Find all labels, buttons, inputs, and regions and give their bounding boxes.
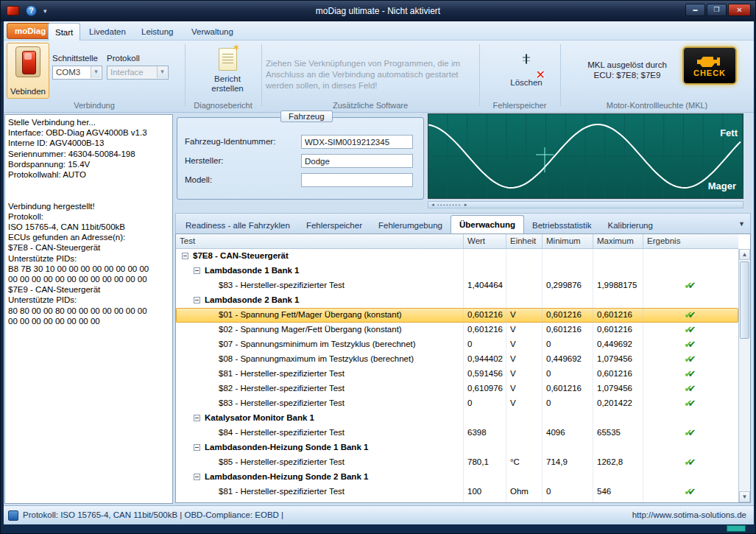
client-area: moDiag Start Livedaten Leistung Verwaltu… — [4, 21, 754, 524]
cell-cw: 0,601216 — [464, 323, 506, 337]
test-label: $81 - Hersteller-spezifizierter Test — [219, 369, 345, 378]
table-row[interactable]: $85 - Hersteller-spezifizierter Test780,… — [176, 455, 738, 470]
minimize-button[interactable] — [685, 4, 705, 16]
test-label: Lambdasonde 1 Bank 1 — [205, 266, 299, 275]
status-website-link[interactable]: http://www.sotima-solutions.de — [632, 510, 746, 519]
test-label: $83 - Hersteller-spezifizierter Test — [219, 281, 345, 289]
table-row[interactable]: Katalysator Monitor Bank 1 — [176, 411, 738, 426]
table-row[interactable]: $02 - Spannung Mager/Fett Übergang (kons… — [176, 323, 738, 337]
col-wert[interactable]: Wert — [464, 234, 506, 248]
expander-collapse-icon[interactable] — [194, 474, 200, 480]
graph-splitter[interactable]: ◄ •••••••• ► — [428, 201, 743, 208]
ribbon-tab-start[interactable]: Start — [48, 23, 80, 41]
scrollbar-thumb[interactable] — [740, 261, 749, 339]
tab-kalibrierung[interactable]: Kalibrierung — [600, 217, 661, 233]
expander-collapse-icon[interactable] — [194, 267, 200, 274]
table-row[interactable]: Lambdasonden-Heizung Sonde 1 Bank 1 — [176, 440, 738, 455]
table-row[interactable]: $01 - Spannung Fett/Mager Übergang (kons… — [176, 308, 738, 323]
connect-button[interactable]: Vebinden — [7, 43, 49, 99]
cell-cmax — [593, 411, 643, 426]
clear-dtc-button[interactable]: Löschen — [498, 43, 554, 98]
scroll-left-icon[interactable]: ◄ — [428, 202, 437, 208]
mkl-line1: MKL ausgelöst durch — [575, 60, 679, 70]
create-report-button[interactable]: Bericht erstellen — [204, 43, 251, 98]
col-maximum[interactable]: Maximum — [593, 234, 643, 248]
expander-collapse-icon[interactable] — [194, 415, 200, 421]
ribbon-tab-verwaltung[interactable]: Verwaltung — [185, 23, 240, 41]
table-row[interactable]: Lambdasonden-Heizung Sonde 2 Bank 1 — [176, 470, 738, 485]
cell-cmin — [543, 249, 593, 264]
result-ok-check-icon — [685, 384, 698, 394]
tab-betriebsstatistik[interactable]: Betriebsstatistik — [524, 217, 600, 233]
col-minimum[interactable]: Minimum — [543, 234, 593, 248]
expander-collapse-icon[interactable] — [194, 444, 200, 451]
result-ok-check-icon — [685, 457, 698, 468]
tab-overflow-icon[interactable] — [738, 220, 750, 228]
cell-ce — [506, 293, 543, 308]
table-row[interactable]: Lambdasonde 1 Bank 1 — [176, 264, 738, 278]
result-ok-check-icon — [685, 398, 698, 409]
manufacturer-input[interactable] — [301, 154, 413, 168]
model-input[interactable] — [301, 173, 413, 187]
tab-fehlerumgebung[interactable]: Fehlerumgebung — [370, 217, 451, 233]
log-line: Verbindung hergestellt! — [8, 201, 169, 211]
cell-ce: V — [506, 323, 543, 337]
app-menu-button[interactable]: moDiag — [7, 23, 54, 39]
cell-cw: 0 — [464, 337, 506, 352]
result-ok-check-icon — [685, 369, 698, 379]
cell-cmin: 4096 — [543, 426, 593, 440]
cell-cw: 0,944402 — [464, 352, 506, 367]
cell-ce — [506, 440, 543, 455]
graph-label-lean: Mager — [708, 180, 736, 192]
col-test[interactable]: Test — [176, 234, 464, 248]
table-row[interactable] — [176, 499, 738, 502]
protocol-combobox[interactable]: Interface — [107, 66, 169, 80]
result-cell — [643, 323, 738, 337]
tab-readiness-alle-fahrzyklen[interactable]: Readiness - alle Fahrzyklen — [177, 217, 298, 233]
table-row[interactable]: $81 - Hersteller-spezifizierter Test100O… — [176, 485, 738, 499]
cell-cmax: 1,079456 — [593, 352, 643, 367]
mkl-line2: ECU: $7E8; $7E9 — [575, 70, 679, 80]
table-row[interactable]: $83 - Hersteller-spezifizierter Test0V00… — [176, 396, 738, 411]
group-caption-verbindung: Verbindung — [4, 101, 185, 110]
scroll-right-icon[interactable]: ► — [462, 202, 470, 208]
vertical-scrollbar[interactable] — [738, 249, 750, 502]
group-separator — [185, 44, 186, 106]
cell-cmax: 546 — [593, 485, 643, 499]
table-row[interactable]: $81 - Hersteller-spezifizierter Test0,59… — [176, 367, 738, 382]
cell-cmin: 0,601216 — [543, 323, 593, 337]
table-row[interactable]: $83 - Hersteller-spezifizierter Test1,40… — [176, 278, 738, 293]
cell-cmin: 0,449692 — [543, 352, 593, 367]
result-cell — [643, 264, 738, 278]
table-body: $7E8 - CAN-SteuergerätLambdasonde 1 Bank… — [176, 249, 738, 502]
table-row[interactable]: $7E8 - CAN-Steuergerät — [176, 249, 738, 264]
scroll-up-icon[interactable] — [739, 249, 750, 260]
vin-input[interactable] — [301, 135, 413, 149]
close-button[interactable] — [728, 4, 751, 16]
table-row[interactable]: $07 - Spannungsminimum im Testzyklus (be… — [176, 337, 738, 352]
col-einheit[interactable]: Einheit — [506, 234, 543, 248]
ribbon-tab-livedaten[interactable]: Livedaten — [82, 23, 133, 41]
ribbon-tab-leistung[interactable]: Leistung — [135, 23, 180, 41]
expander-collapse-icon[interactable] — [194, 297, 200, 303]
cell-cmax: 65535 — [593, 426, 643, 440]
tab-fehlerspeicher[interactable]: Fehlerspeicher — [298, 217, 370, 233]
table-row[interactable]: $08 - Spannungmaximum im Testzyklus (ber… — [176, 352, 738, 367]
col-ergebnis[interactable]: Ergebnis — [643, 234, 738, 248]
cell-cmin — [543, 264, 593, 278]
table-row[interactable]: $84 - Hersteller-spezifizierter Test6398… — [176, 426, 738, 440]
table-row[interactable]: Lambdasonde 2 Bank 1 — [176, 293, 738, 308]
result-cell — [643, 249, 738, 264]
log-panel[interactable]: Stelle Verbindung her...Interface: OBD-D… — [4, 114, 173, 504]
tab--berwachung[interactable]: Überwachung — [451, 215, 524, 233]
interface-combobox[interactable]: COM3 — [52, 66, 102, 80]
table-row[interactable]: $82 - Hersteller-spezifizierter Test0,61… — [176, 382, 738, 396]
software-drop-hint[interactable]: Ziehen Sie Verknüpfungen von Programmen,… — [266, 58, 476, 91]
expander-collapse-icon[interactable] — [182, 253, 188, 259]
resize-grip[interactable] — [727, 525, 746, 532]
result-cell — [643, 308, 738, 323]
scroll-down-icon[interactable] — [739, 491, 750, 502]
cell-cw: 0,601216 — [464, 308, 506, 323]
maximize-button[interactable] — [707, 4, 727, 16]
cell-cw — [464, 411, 506, 426]
